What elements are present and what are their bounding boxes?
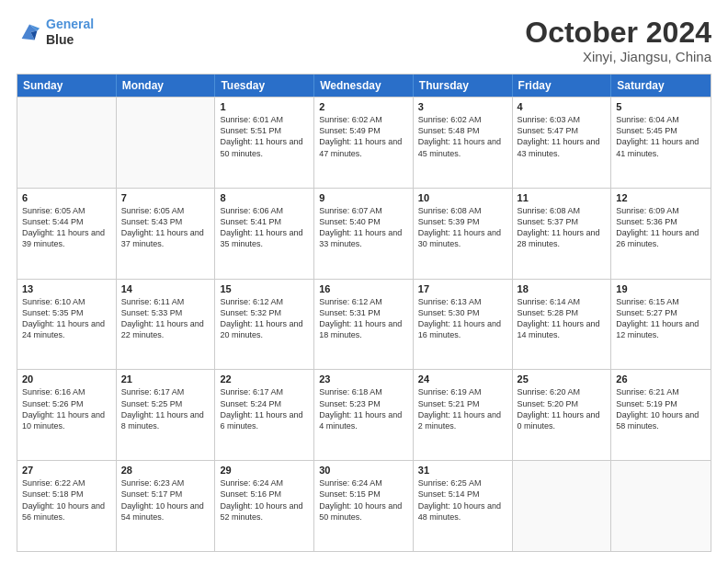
day-16: 16Sunrise: 6:12 AM Sunset: 5:31 PM Dayli… [314,280,414,370]
day-number: 7 [121,192,210,203]
day-info: Sunrise: 6:14 AM Sunset: 5:28 PM Dayligh… [518,296,607,341]
day-number: 18 [518,283,607,294]
day-number: 27 [22,465,111,476]
day-info: Sunrise: 6:17 AM Sunset: 5:24 PM Dayligh… [220,386,309,431]
day-info: Sunrise: 6:04 AM Sunset: 5:45 PM Dayligh… [616,114,706,159]
empty-cell-w0-d1 [117,98,216,188]
logo-text-line2: Blue [46,32,94,48]
day-number: 16 [319,283,408,294]
header-monday: Monday [117,75,216,97]
header-friday: Friday [513,75,612,97]
header-sunday: Sunday [17,75,117,97]
day-number: 21 [121,373,210,385]
page: General Blue October 2024 Xinyi, Jiangsu… [0,0,728,563]
week-1: 1Sunrise: 6:01 AM Sunset: 5:51 PM Daylig… [17,97,711,188]
day-12: 12Sunrise: 6:09 AM Sunset: 5:36 PM Dayli… [611,189,711,279]
day-info: Sunrise: 6:05 AM Sunset: 5:44 PM Dayligh… [22,205,111,250]
day-15: 15Sunrise: 6:12 AM Sunset: 5:32 PM Dayli… [215,280,314,370]
day-info: Sunrise: 6:24 AM Sunset: 5:16 PM Dayligh… [220,477,309,523]
day-5: 5Sunrise: 6:04 AM Sunset: 5:45 PM Daylig… [611,98,711,188]
day-info: Sunrise: 6:06 AM Sunset: 5:41 PM Dayligh… [220,205,309,250]
logo-icon [17,19,42,45]
header-wednesday: Wednesday [314,75,414,97]
day-28: 28Sunrise: 6:23 AM Sunset: 5:17 PM Dayli… [117,461,216,551]
day-info: Sunrise: 6:15 AM Sunset: 5:27 PM Dayligh… [616,296,706,341]
day-info: Sunrise: 6:22 AM Sunset: 5:18 PM Dayligh… [22,477,111,523]
day-info: Sunrise: 6:08 AM Sunset: 5:39 PM Dayligh… [418,205,507,250]
day-info: Sunrise: 6:02 AM Sunset: 5:48 PM Dayligh… [418,114,507,159]
day-27: 27Sunrise: 6:22 AM Sunset: 5:18 PM Dayli… [17,461,117,551]
day-number: 31 [418,465,507,476]
week-3: 13Sunrise: 6:10 AM Sunset: 5:35 PM Dayli… [17,279,711,370]
day-number: 22 [220,373,309,385]
day-info: Sunrise: 6:16 AM Sunset: 5:26 PM Dayligh… [22,386,111,431]
day-info: Sunrise: 6:13 AM Sunset: 5:30 PM Dayligh… [418,296,507,341]
day-number: 6 [22,192,111,203]
day-22: 22Sunrise: 6:17 AM Sunset: 5:24 PM Dayli… [215,370,314,460]
day-number: 26 [616,373,706,385]
day-info: Sunrise: 6:02 AM Sunset: 5:49 PM Dayligh… [319,114,408,159]
day-11: 11Sunrise: 6:08 AM Sunset: 5:37 PM Dayli… [513,189,612,279]
day-number: 8 [220,192,309,203]
day-29: 29Sunrise: 6:24 AM Sunset: 5:16 PM Dayli… [215,461,314,551]
week-4: 20Sunrise: 6:16 AM Sunset: 5:26 PM Dayli… [17,369,711,460]
header: General Blue October 2024 Xinyi, Jiangsu… [17,17,711,64]
day-number: 12 [616,192,706,203]
day-info: Sunrise: 6:03 AM Sunset: 5:47 PM Dayligh… [518,114,607,159]
day-info: Sunrise: 6:20 AM Sunset: 5:20 PM Dayligh… [518,386,607,431]
calendar-body: 1Sunrise: 6:01 AM Sunset: 5:51 PM Daylig… [17,97,711,551]
day-info: Sunrise: 6:17 AM Sunset: 5:25 PM Dayligh… [121,386,210,431]
logo: General Blue [17,17,94,48]
day-24: 24Sunrise: 6:19 AM Sunset: 5:21 PM Dayli… [414,370,513,460]
calendar-location: Xinyi, Jiangsu, China [525,49,711,64]
day-number: 10 [418,192,507,203]
day-23: 23Sunrise: 6:18 AM Sunset: 5:23 PM Dayli… [314,370,414,460]
calendar-title: October 2024 [525,17,711,49]
day-info: Sunrise: 6:19 AM Sunset: 5:21 PM Dayligh… [418,386,507,431]
day-19: 19Sunrise: 6:15 AM Sunset: 5:27 PM Dayli… [611,280,711,370]
day-20: 20Sunrise: 6:16 AM Sunset: 5:26 PM Dayli… [17,370,117,460]
day-13: 13Sunrise: 6:10 AM Sunset: 5:35 PM Dayli… [17,280,117,370]
day-info: Sunrise: 6:11 AM Sunset: 5:33 PM Dayligh… [121,296,210,341]
header-thursday: Thursday [414,75,513,97]
day-info: Sunrise: 6:07 AM Sunset: 5:40 PM Dayligh… [319,205,408,250]
day-18: 18Sunrise: 6:14 AM Sunset: 5:28 PM Dayli… [513,280,612,370]
day-number: 14 [121,283,210,294]
day-number: 13 [22,283,111,294]
day-17: 17Sunrise: 6:13 AM Sunset: 5:30 PM Dayli… [414,280,513,370]
day-4: 4Sunrise: 6:03 AM Sunset: 5:47 PM Daylig… [513,98,612,188]
day-info: Sunrise: 6:23 AM Sunset: 5:17 PM Dayligh… [121,477,210,523]
day-info: Sunrise: 6:12 AM Sunset: 5:31 PM Dayligh… [319,296,408,341]
day-info: Sunrise: 6:01 AM Sunset: 5:51 PM Dayligh… [220,114,309,159]
day-25: 25Sunrise: 6:20 AM Sunset: 5:20 PM Dayli… [513,370,612,460]
day-number: 24 [418,373,507,385]
day-number: 1 [220,101,309,112]
day-number: 29 [220,465,309,476]
header-saturday: Saturday [611,75,711,97]
day-3: 3Sunrise: 6:02 AM Sunset: 5:48 PM Daylig… [414,98,513,188]
empty-cell-w4-d5 [513,461,612,551]
day-info: Sunrise: 6:18 AM Sunset: 5:23 PM Dayligh… [319,386,408,431]
day-number: 15 [220,283,309,294]
day-number: 30 [319,465,408,476]
day-8: 8Sunrise: 6:06 AM Sunset: 5:41 PM Daylig… [215,189,314,279]
title-block: October 2024 Xinyi, Jiangsu, China [525,17,711,64]
day-number: 11 [518,192,607,203]
empty-cell-w4-d6 [611,461,711,551]
day-21: 21Sunrise: 6:17 AM Sunset: 5:25 PM Dayli… [117,370,216,460]
day-number: 2 [319,101,408,112]
day-info: Sunrise: 6:09 AM Sunset: 5:36 PM Dayligh… [616,205,706,250]
day-number: 19 [616,283,706,294]
empty-cell-w0-d0 [17,98,117,188]
day-info: Sunrise: 6:05 AM Sunset: 5:43 PM Dayligh… [121,205,210,250]
day-info: Sunrise: 6:25 AM Sunset: 5:14 PM Dayligh… [418,477,507,523]
day-info: Sunrise: 6:21 AM Sunset: 5:19 PM Dayligh… [616,386,706,431]
day-info: Sunrise: 6:24 AM Sunset: 5:15 PM Dayligh… [319,477,408,523]
day-number: 4 [518,101,607,112]
day-2: 2Sunrise: 6:02 AM Sunset: 5:49 PM Daylig… [314,98,414,188]
day-number: 9 [319,192,408,203]
calendar-header: Sunday Monday Tuesday Wednesday Thursday… [17,75,711,97]
calendar: Sunday Monday Tuesday Wednesday Thursday… [17,74,711,552]
day-info: Sunrise: 6:08 AM Sunset: 5:37 PM Dayligh… [518,205,607,250]
day-10: 10Sunrise: 6:08 AM Sunset: 5:39 PM Dayli… [414,189,513,279]
